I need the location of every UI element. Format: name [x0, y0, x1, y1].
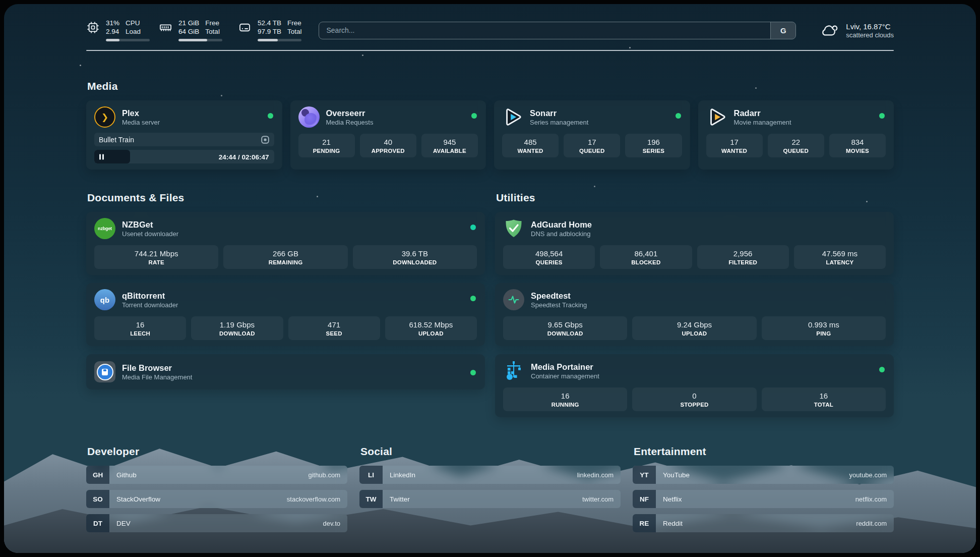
service-card-sonarr[interactable]: Sonarr Series management 485 WANTED 17 Q… — [494, 100, 690, 170]
stat-value: 0 — [634, 392, 754, 400]
stat-label: QUERIES — [505, 259, 593, 265]
stat-wanted: 485 WANTED — [502, 134, 559, 157]
stat-latency: 47.569 ms LATENCY — [794, 245, 886, 269]
service-card-overseerr[interactable]: Overseerr Media Requests 21 PENDING 40 A… — [290, 100, 486, 170]
stat-value: 618.52 Mbps — [387, 320, 475, 329]
stat-value: 1.19 Gbps — [193, 320, 281, 329]
bookmark-tag: RE — [633, 514, 656, 532]
bookmark-url: youtube.com — [849, 471, 887, 479]
service-subtitle: Series management — [530, 119, 588, 126]
memory-labels: FreeTotal — [205, 19, 220, 36]
stat-download: 9.65 Gbps DOWNLOAD — [503, 316, 627, 340]
stat-label: STOPPED — [634, 402, 754, 408]
stat-label: UPLOAD — [634, 330, 754, 337]
bookmark-linkedin[interactable]: LI LinkedIn linkedin.com — [359, 466, 621, 484]
service-subtitle: Torrent downloader — [122, 301, 178, 309]
bookmark-dev[interactable]: DT DEV dev.to — [86, 514, 347, 532]
section-title-social: Social — [360, 445, 621, 458]
portainer-icon — [503, 360, 524, 381]
section-title-documents: Documents & Files — [87, 192, 485, 204]
bookmark-name: Reddit — [663, 520, 683, 527]
bookmark-youtube[interactable]: YT YouTube youtube.com — [633, 466, 894, 484]
stat-value: 2,956 — [699, 249, 787, 258]
header-divider — [86, 50, 894, 51]
service-title: Sonarr — [530, 108, 588, 118]
status-dot — [879, 113, 885, 119]
media-type-icon[interactable] — [261, 135, 270, 144]
stat-queued: 17 QUEUED — [564, 134, 620, 157]
service-title: Overseerr — [326, 108, 374, 118]
bookmark-url: github.com — [308, 471, 340, 479]
cpu-labels: CPULoad — [126, 19, 141, 36]
qbittorrent-icon: qb — [94, 289, 115, 310]
service-subtitle: Speedtest Tracking — [531, 301, 587, 309]
stat-rate: 744.21 Mbps RATE — [94, 245, 218, 269]
stat-label: MOVIES — [831, 148, 884, 154]
stat-value: 40 — [362, 138, 414, 146]
stat-label: SEED — [290, 330, 378, 337]
cpu-monitor: 31%2.94 CPULoad — [86, 19, 141, 41]
bookmark-reddit[interactable]: RE Reddit reddit.com — [633, 514, 894, 532]
bookmarks-entertainment: Entertainment YT YouTube youtube.com NF … — [633, 445, 894, 532]
bookmark-netflix[interactable]: NF Netflix netflix.com — [633, 490, 894, 508]
service-card-speedtest[interactable]: Speedtest Speedtest Tracking 9.65 Gbps D… — [495, 283, 894, 346]
radarr-icon — [706, 106, 727, 128]
speedtest-icon — [503, 289, 524, 310]
service-card-nzbget[interactable]: nzbget NZBGet Usenet downloader 744.21 M… — [86, 212, 485, 275]
bookmark-url: linkedin.com — [577, 471, 614, 479]
search-input[interactable] — [319, 22, 770, 39]
stat-label: REMAINING — [225, 259, 345, 265]
bookmark-github[interactable]: GH Github github.com — [86, 466, 347, 484]
disk-progress-bar — [258, 39, 301, 41]
service-subtitle: DNS and adblocking — [531, 230, 592, 238]
service-card-radarr[interactable]: Radarr Movie management 17 WANTED 22 QUE… — [698, 100, 894, 170]
bookmark-name: Netflix — [663, 495, 682, 503]
disk-progress-fill — [258, 39, 278, 41]
service-card-qbittorrent[interactable]: qb qBittorrent Torrent downloader 16 LEE… — [86, 283, 485, 346]
service-subtitle: Media File Management — [122, 373, 192, 381]
bookmark-url: reddit.com — [856, 520, 887, 527]
cpu-progress-bar — [106, 39, 150, 41]
service-title: AdGuard Home — [531, 220, 592, 230]
bookmark-name: LinkedIn — [390, 471, 415, 479]
stat-value: 945 — [423, 138, 476, 146]
pause-icon[interactable] — [99, 154, 104, 159]
service-card-adguard[interactable]: AdGuard Home DNS and adblocking 498,564 … — [495, 212, 894, 275]
cpu-progress-fill — [106, 39, 119, 41]
bookmarks-social: Social LI LinkedIn linkedin.com TW Twitt… — [359, 445, 621, 532]
stat-label: RATE — [96, 259, 216, 265]
service-card-filebrowser[interactable]: File Browser Media File Management — [86, 354, 485, 389]
search-engine-button[interactable]: G — [770, 22, 795, 39]
service-card-plex[interactable]: ❯ Plex Media server Bullet Train — [86, 100, 282, 170]
stat-leech: 16 LEECH — [94, 316, 186, 340]
stat-stopped: 0 STOPPED — [632, 387, 756, 411]
bookmark-url: twitter.com — [582, 495, 614, 503]
filebrowser-icon — [94, 361, 115, 382]
bookmark-stackoverflow[interactable]: SO StackOverflow stackoverflow.com — [86, 490, 347, 508]
ram-icon — [159, 21, 172, 34]
weather-location-temp: Lviv, 16.87°C — [846, 22, 894, 31]
search-bar[interactable]: G — [319, 22, 796, 39]
bookmark-tag: TW — [359, 490, 383, 508]
stat-label: FILTERED — [699, 259, 787, 265]
stat-value: 17 — [566, 138, 618, 146]
service-title: File Browser — [122, 363, 192, 373]
stat-value: 16 — [96, 320, 184, 329]
bookmarks-developer: Developer GH Github github.com SO StackO… — [86, 445, 347, 532]
stat-label: TOTAL — [764, 402, 884, 408]
playback-progress-bar[interactable]: 24:44 / 02:06:47 — [94, 150, 274, 163]
status-dot — [879, 367, 885, 372]
stat-value: 834 — [831, 138, 884, 146]
bookmark-twitter[interactable]: TW Twitter twitter.com — [359, 490, 621, 508]
bookmark-name: Twitter — [390, 495, 410, 503]
memory-monitor: 21 GiB64 GiB FreeTotal — [159, 19, 220, 41]
memory-values: 21 GiB64 GiB — [178, 19, 199, 36]
stat-value: 39.6 TB — [355, 249, 475, 258]
stat-label: WANTED — [504, 148, 557, 154]
stat-label: PENDING — [300, 148, 353, 154]
stat-label: PING — [764, 330, 884, 337]
bookmark-tag: YT — [633, 466, 656, 484]
weather-condition: scattered clouds — [846, 31, 894, 39]
service-card-portainer[interactable]: Media Portainer Container management 16 … — [495, 354, 894, 417]
now-playing-title: Bullet Train — [99, 136, 134, 144]
